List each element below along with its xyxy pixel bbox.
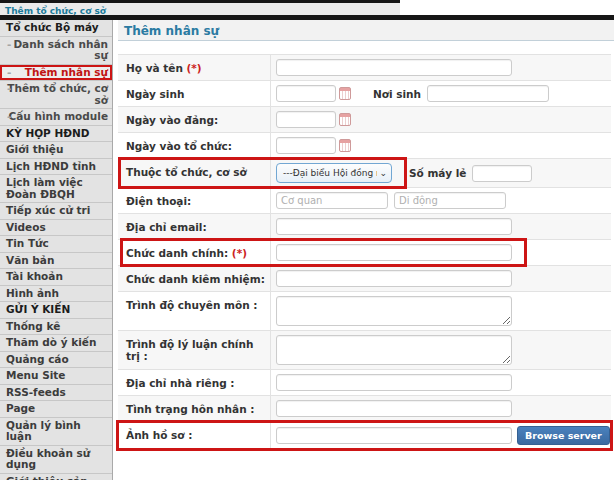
chevron-down-icon: ⌄ [379,168,387,178]
ngay-sinh-input[interactable] [276,85,336,102]
field-row-ngay-vao-dang: Ngày vào đảng: [118,107,611,133]
sidebar-item-gui-y-kien[interactable]: GỬI Ý KIẾN [0,302,112,319]
sidebar-item-tiep-xuc-cu-tri[interactable]: Tiếp xúc cử tri [0,203,112,220]
ho-va-ten-input[interactable] [276,59,512,76]
dia-chi-email-input[interactable] [276,218,512,235]
chuc-danh-chinh-content [271,240,611,265]
sidebar-item-thong-ke[interactable]: Thống kê [0,319,112,336]
dia-chi-email-label: Địa chỉ email: [118,214,271,239]
sidebar-item-danh-sach-nhan-su[interactable]: Danh sách nhân sự [0,37,112,65]
so-may-le-input[interactable] [472,165,532,182]
sidebar-item-hinh-anh[interactable]: Hình ảnh [0,286,112,303]
trinh-do-ly-luan-chinh-tri-textarea[interactable] [276,335,512,365]
breadcrumb: Thêm tổ chức, cơ sở [0,3,400,15]
dia-chi-email-label-text: Địa chỉ email: [126,221,207,233]
ngay-sinh-label-text: Ngày sinh [126,88,184,100]
ngay-vao-to-chuc-label-text: Ngày vào tổ chức: [126,140,232,152]
sidebar-item-quang-cao[interactable]: Quảng cáo [0,352,112,369]
field-row-tinh-trang-hon-nhan: Tình trạng hôn nhân : [118,396,611,422]
sidebar-item-them-to-chuc-co-so[interactable]: Thêm tổ chức, cơ sở [0,81,112,109]
field-row-thuoc-to-chuc-co-so: Thuộc tổ chức, cơ sở---Đại biểu Hội đồng… [118,159,611,188]
title-strip: Thêm nhân sự [118,20,614,41]
sidebar-item-tham-do-y-kien[interactable]: Thăm dò ý kiến [0,335,112,352]
chuc-danh-kiem-nhiem-label: Chức danh kiêm nhiệm: [118,266,271,291]
so-may-le-label: Số máy lẻ [409,167,466,179]
sidebar-item-tai-khoan[interactable]: Tài khoản [0,269,112,286]
field-row-trinh-do-ly-luan-chinh-tri: Trình độ lý luận chính trị : [118,331,611,370]
field-row-dia-chi-nha-rieng: Địa chỉ nhà riêng : [118,370,611,396]
dia-chi-nha-rieng-label-text: Địa chỉ nhà riêng : [126,377,235,389]
ngay-vao-dang-label: Ngày vào đảng: [118,107,271,132]
page-container: Tổ chức Bộ máyDanh sách nhân sựThêm nhân… [0,20,614,480]
sidebar-item-to-chuc-bo-may[interactable]: Tổ chức Bộ máy [0,20,112,37]
field-row-dia-chi-email: Địa chỉ email: [118,214,611,240]
anh-ho-so-content: Browse server [271,422,614,449]
ngay-vao-dang-input[interactable] [276,111,336,128]
chuc-danh-kiem-nhiem-label-text: Chức danh kiêm nhiệm: [126,273,265,285]
chuc-danh-kiem-nhiem-input[interactable] [276,270,512,287]
ngay-sinh-content: Nơi sinh [271,81,611,106]
dien-thoai-co-quan-input[interactable] [276,192,388,209]
field-row-trinh-do-chuyen-mon: Trình độ chuyên môn : [118,292,611,331]
ngay-vao-to-chuc-label: Ngày vào tổ chức: [118,133,271,158]
add-personnel-form: Họ và tên (*)Ngày sinhNơi sinhNgày vào đ… [118,54,611,450]
field-row-chuc-danh-kiem-nhiem: Chức danh kiêm nhiệm: [118,266,611,292]
sidebar-item-gioi-thieu-san-pham[interactable]: Giới thiệu sản phẩm [0,474,112,480]
field-row-chuc-danh-chinh: Chức danh chính: (*) [118,240,611,266]
ngay-vao-to-chuc-content [271,133,611,158]
sidebar-item-lich-hdnd-tinh[interactable]: Lịch HĐND tỉnh [0,159,112,176]
field-row-ngay-vao-to-chuc: Ngày vào tổ chức: [118,133,611,159]
dien-thoai-di-dong-input[interactable] [394,192,506,209]
sidebar-item-lich-lam-viec-doan-dbqh[interactable]: Lịch làm việc Đoàn ĐBQH [0,175,112,203]
anh-ho-so-input[interactable] [276,427,512,444]
ho-va-ten-content [271,55,611,80]
thuoc-to-chuc-co-so-selected-option: ---Đại biểu Hội đồng nhân - [283,168,377,178]
anh-ho-so-label: Ảnh hồ sơ : [118,422,271,449]
tinh-trang-hon-nhan-label-text: Tình trạng hôn nhân : [126,403,254,415]
ngay-sinh-label: Ngày sinh [118,81,271,106]
noi-sinh-input[interactable] [427,85,549,102]
chuc-danh-chinh-label-text: Chức danh chính: [126,247,228,259]
sidebar-item-gioi-thieu[interactable]: Giới thiệu [0,142,112,159]
thuoc-to-chuc-co-so-content: ---Đại biểu Hội đồng nhân -⌄Số máy lẻ [271,159,611,187]
sidebar-item-ky-hop-hdnd[interactable]: KỲ HỌP HĐND [0,126,112,143]
noi-sinh-label: Nơi sinh [373,88,421,100]
calendar-icon[interactable] [339,87,351,100]
sidebar-item-quan-ly-binh-luan[interactable]: Quản lý bình luận [0,418,112,446]
thuoc-to-chuc-co-so-label-text: Thuộc tổ chức, cơ sở [126,166,247,178]
calendar-icon[interactable] [339,139,351,152]
dia-chi-nha-rieng-label: Địa chỉ nhà riêng : [118,370,271,395]
sidebar-item-tin-tuc[interactable]: Tin Tức [0,236,112,253]
ngay-vao-to-chuc-input[interactable] [276,137,336,154]
field-row-anh-ho-so: Ảnh hồ sơ :Browse server [118,422,611,450]
sidebar-item-page[interactable]: Page [0,401,112,418]
sidebar-item-rss-feeds[interactable]: RSS-feeds [0,385,112,402]
chuc-danh-chinh-input[interactable] [276,244,512,261]
thuoc-to-chuc-co-so-label: Thuộc tổ chức, cơ sở [118,159,271,187]
anh-ho-so-label-text: Ảnh hồ sơ : [126,429,192,441]
tinh-trang-hon-nhan-input[interactable] [276,400,512,417]
sidebar-item-them-nhan-su[interactable]: Thêm nhân sự [0,65,112,82]
trinh-do-chuyen-mon-label: Trình độ chuyên môn : [118,292,271,330]
dia-chi-nha-rieng-input[interactable] [276,374,512,391]
browse-server-button[interactable]: Browse server [517,426,610,445]
dien-thoai-label-text: Điện thoại: [126,195,191,207]
trinh-do-chuyen-mon-label-text: Trình độ chuyên môn : [126,299,258,311]
calendar-icon[interactable] [339,113,351,126]
ho-va-ten-label: Họ và tên (*) [118,55,271,80]
page-title: Thêm nhân sự [118,20,614,38]
sidebar-item-van-ban[interactable]: Văn bản [0,253,112,270]
required-marker: (*) [183,62,202,74]
field-row-dien-thoai: Điện thoại: [118,188,611,214]
trinh-do-ly-luan-chinh-tri-label-text: Trình độ lý luận chính trị : [126,338,253,362]
tinh-trang-hon-nhan-content [271,396,611,421]
sidebar-item-menu-site[interactable]: Menu Site [0,368,112,385]
trinh-do-ly-luan-chinh-tri-label: Trình độ lý luận chính trị : [118,331,271,369]
sidebar-item-dieu-khoan-su-dung[interactable]: Điều khoản sử dụng [0,446,112,474]
sidebar-item-videos[interactable]: Videos [0,220,112,237]
sidebar-item-cau-hinh-module[interactable]: Cấu hình module [0,109,112,126]
trinh-do-chuyen-mon-textarea[interactable] [276,296,512,326]
required-marker: (*) [228,247,247,259]
dien-thoai-label: Điện thoại: [118,188,271,213]
thuoc-to-chuc-co-so-select[interactable]: ---Đại biểu Hội đồng nhân -⌄ [276,163,392,183]
